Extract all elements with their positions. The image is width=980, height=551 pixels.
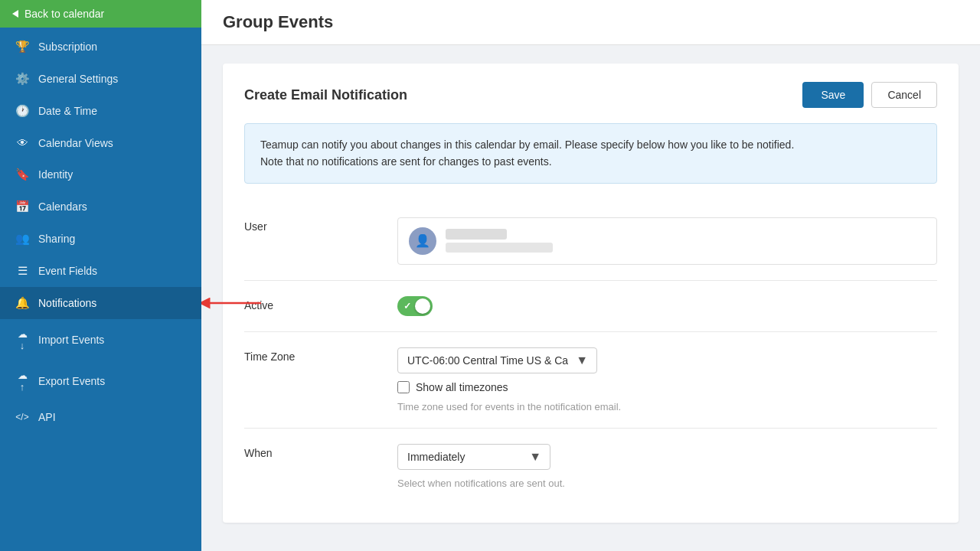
- toggle-wrap: ✓: [397, 296, 937, 316]
- timezone-field-row: Time Zone UTC-06:00 Central Time US & Ca…: [244, 332, 937, 429]
- sidebar-item-calendars[interactable]: 📅 Calendars: [0, 191, 201, 223]
- sidebar-item-export-events[interactable]: ☁↑ Export Events: [0, 360, 201, 402]
- import-icon: ☁↓: [15, 328, 29, 351]
- when-hint: Select when notifications are sent out.: [397, 478, 937, 489]
- active-control: ✓: [397, 296, 937, 316]
- sidebar-item-event-fields[interactable]: ☰ Event Fields: [0, 255, 201, 287]
- form-title: Create Email Notification: [244, 87, 407, 103]
- main-content: Group Events Create Email Notification S…: [201, 0, 980, 551]
- user-field-row: User 👤: [244, 202, 937, 281]
- page-header: Group Events: [201, 0, 980, 45]
- sidebar-item-api-label: API: [38, 411, 56, 423]
- sidebar-item-sharing-label: Sharing: [38, 233, 75, 245]
- when-select-wrap: Immediately ▼: [397, 444, 550, 470]
- when-control: Immediately ▼ Select when notifications …: [397, 444, 937, 489]
- user-info: [446, 229, 553, 253]
- when-select[interactable]: Immediately: [397, 444, 550, 470]
- user-email-blurred: [446, 243, 553, 253]
- code-icon: </>: [15, 412, 29, 422]
- active-field-row: Active ✓: [244, 281, 937, 332]
- form-header: Create Email Notification Save Cancel: [244, 82, 937, 108]
- form-card: Create Email Notification Save Cancel Te…: [223, 64, 959, 523]
- sidebar-item-calendar-views-label: Calendar Views: [38, 137, 113, 149]
- bookmark-icon: 🔖: [15, 168, 29, 181]
- sidebar-item-identity-label: Identity: [38, 168, 73, 181]
- sidebar-item-general-settings[interactable]: ⚙️ General Settings: [0, 63, 201, 95]
- show-all-timezones-row: Show all timezones: [397, 381, 937, 393]
- page-title: Group Events: [223, 12, 959, 32]
- sidebar-item-api[interactable]: </> API: [0, 402, 201, 432]
- active-label: Active: [244, 296, 397, 311]
- action-buttons: Save Cancel: [802, 82, 937, 108]
- gear-icon: ⚙️: [15, 72, 29, 86]
- sidebar-nav: 🏆 Subscription ⚙️ General Settings 🕐 Dat…: [0, 28, 201, 551]
- sidebar-item-notifications[interactable]: 🔔 Notifications: [0, 287, 201, 319]
- avatar: 👤: [409, 227, 436, 255]
- toggle-track: ✓: [397, 296, 433, 316]
- sidebar-item-calendar-views[interactable]: 👁 Calendar Views: [0, 127, 201, 158]
- info-box: Teamup can notify you about changes in t…: [244, 123, 937, 184]
- sidebar-item-import-events[interactable]: ☁↓ Import Events: [0, 319, 201, 360]
- sidebar-item-date-time[interactable]: 🕐 Date & Time: [0, 95, 201, 127]
- content-area: Create Email Notification Save Cancel Te…: [201, 45, 980, 541]
- sidebar-item-date-time-label: Date & Time: [38, 105, 97, 117]
- active-toggle[interactable]: ✓: [397, 296, 433, 316]
- back-arrow-icon: [12, 10, 18, 18]
- sidebar-item-identity[interactable]: 🔖 Identity: [0, 158, 201, 191]
- eye-icon: 👁: [15, 136, 29, 149]
- user-name-blurred: [446, 229, 507, 240]
- cancel-button[interactable]: Cancel: [871, 82, 937, 108]
- sidebar-item-import-events-label: Import Events: [38, 334, 104, 346]
- timezone-hint: Time zone used for events in the notific…: [397, 401, 937, 412]
- when-field-row: When Immediately ▼ Select when notificat…: [244, 429, 937, 504]
- sidebar-item-event-fields-label: Event Fields: [38, 265, 97, 277]
- toggle-thumb: [415, 298, 430, 314]
- clock-icon: 🕐: [15, 104, 29, 118]
- timezone-select-wrap: UTC-06:00 Central Time US & Ca ▼: [397, 347, 597, 373]
- sidebar-item-notifications-label: Notifications: [38, 297, 96, 309]
- export-icon: ☁↑: [15, 370, 29, 393]
- info-text: Teamup can notify you about changes in t…: [260, 139, 794, 168]
- save-button[interactable]: Save: [802, 82, 864, 108]
- calendar-icon: 📅: [15, 200, 29, 214]
- toggle-check-icon: ✓: [403, 301, 411, 311]
- sidebar: Back to calendar 🏆 Subscription ⚙️ Gener…: [0, 0, 201, 551]
- user-control: 👤: [397, 217, 937, 265]
- user-label: User: [244, 217, 397, 233]
- back-to-calendar-button[interactable]: Back to calendar: [0, 0, 201, 28]
- timezone-label: Time Zone: [244, 347, 397, 363]
- when-label: When: [244, 444, 397, 459]
- avatar-initial: 👤: [415, 233, 430, 248]
- list-icon: ☰: [15, 264, 29, 278]
- bell-icon: 🔔: [15, 296, 29, 310]
- back-button-label: Back to calendar: [24, 8, 104, 20]
- sidebar-item-calendars-label: Calendars: [38, 201, 87, 213]
- timezone-control: UTC-06:00 Central Time US & Ca ▼ Show al…: [397, 347, 937, 412]
- sidebar-item-subscription[interactable]: 🏆 Subscription: [0, 31, 201, 63]
- people-icon: 👥: [15, 232, 29, 246]
- sidebar-item-general-settings-label: General Settings: [38, 73, 118, 85]
- sidebar-item-subscription-label: Subscription: [38, 41, 97, 53]
- user-display: 👤: [397, 217, 937, 265]
- sidebar-item-export-events-label: Export Events: [38, 375, 105, 387]
- show-all-timezones-checkbox[interactable]: [397, 381, 410, 393]
- timezone-select[interactable]: UTC-06:00 Central Time US & Ca: [397, 347, 597, 373]
- show-all-timezones-label[interactable]: Show all timezones: [416, 381, 508, 393]
- sidebar-item-sharing[interactable]: 👥 Sharing: [0, 223, 201, 255]
- trophy-icon: 🏆: [15, 40, 29, 54]
